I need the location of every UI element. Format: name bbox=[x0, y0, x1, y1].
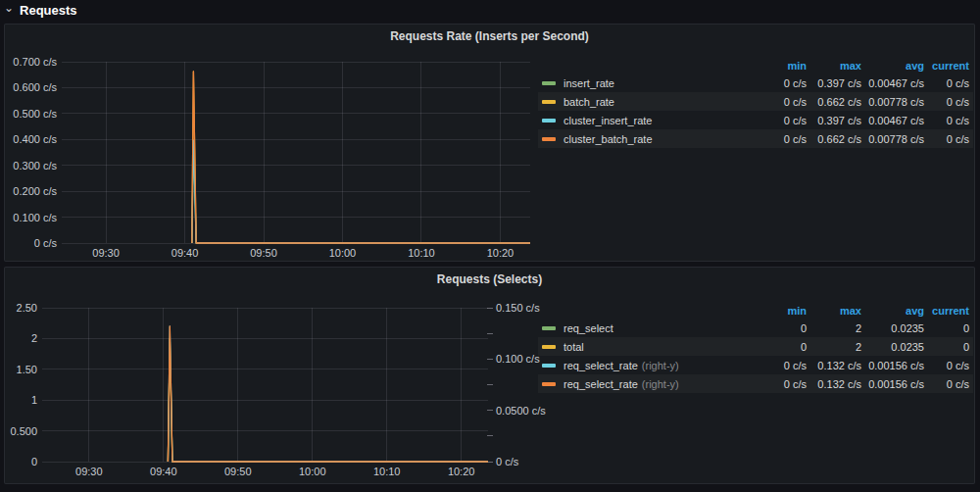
series-line-req_select_rate bbox=[168, 326, 488, 462]
row-title: Requests bbox=[20, 3, 77, 18]
grafana-dashboard: { "section": { "title": "Requests", "che… bbox=[0, 0, 980, 492]
x-axis-tick-label: 09:50 bbox=[217, 466, 260, 477]
y-axis-tick-label: 0.200 c/s bbox=[5, 185, 57, 197]
y-axis-tick-label: 1.50 bbox=[5, 364, 37, 375]
y-axis-tick-label: 0.500 c/s bbox=[5, 108, 57, 120]
y-axis-tick-label: 0 bbox=[5, 456, 37, 467]
x-axis-tick-label: 09:40 bbox=[142, 466, 185, 477]
right-y-axis-tick-label: 0.0500 c/s bbox=[496, 405, 546, 417]
dashboard-row-requests[interactable]: ⌄ Requests bbox=[4, 0, 77, 20]
y-axis-tick-label: 2 bbox=[5, 332, 37, 344]
panel-requests-rate-inserts: Requests Rate (Inserts per Second) min m… bbox=[4, 24, 975, 262]
chevron-down-icon: ⌄ bbox=[4, 2, 14, 14]
x-axis-tick-label: 09:30 bbox=[84, 247, 127, 259]
panel-requests-selects: Requests (Selects) min max avg current r… bbox=[4, 267, 975, 484]
time-series-chart[interactable] bbox=[5, 268, 974, 483]
x-axis-tick-label: 09:40 bbox=[164, 247, 207, 259]
time-series-chart[interactable] bbox=[5, 25, 974, 261]
x-axis-tick-label: 09:50 bbox=[242, 247, 285, 259]
y-axis-tick-label: 1 bbox=[5, 394, 37, 406]
y-axis-tick-label: 0.300 c/s bbox=[5, 160, 57, 172]
x-axis-tick-label: 10:00 bbox=[320, 247, 364, 259]
y-axis-tick-label: 0.100 c/s bbox=[5, 212, 57, 223]
y-axis-tick-label: 2.50 bbox=[5, 302, 37, 314]
right-y-axis-tick-label: 0.100 c/s bbox=[496, 353, 540, 365]
right-y-axis-tick-label: 0.150 c/s bbox=[496, 302, 540, 314]
y-axis-tick-label: 0.600 c/s bbox=[5, 81, 57, 93]
right-y-axis-tick-label: 0 c/s bbox=[496, 456, 518, 467]
y-axis-tick-label: 0 c/s bbox=[5, 237, 57, 249]
y-axis-tick-label: 0.700 c/s bbox=[5, 56, 57, 68]
x-axis-tick-label: 10:10 bbox=[366, 466, 409, 477]
x-axis-tick-label: 10:20 bbox=[440, 466, 483, 477]
y-axis-tick-label: 0.400 c/s bbox=[5, 133, 57, 145]
x-axis-tick-label: 10:10 bbox=[400, 247, 443, 259]
x-axis-tick-label: 10:20 bbox=[478, 247, 521, 259]
x-axis-tick-label: 10:00 bbox=[291, 466, 334, 477]
series-line-req_select_rate bbox=[168, 326, 488, 462]
x-axis-tick-label: 09:30 bbox=[68, 466, 111, 477]
y-axis-tick-label: 0.500 bbox=[5, 425, 37, 437]
